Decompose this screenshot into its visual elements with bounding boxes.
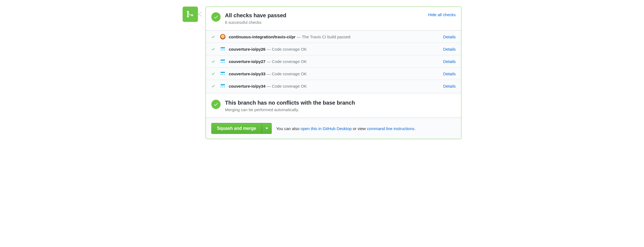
- svg-rect-7: [221, 62, 221, 63]
- toggle-checks-link[interactable]: Hide all checks: [428, 12, 456, 17]
- check-desc: — Code coverage OK: [265, 47, 307, 51]
- check-details-link[interactable]: Details: [443, 47, 456, 51]
- check-name: couverture-io/py34: [229, 84, 265, 88]
- conflict-section: This branch has no conflicts with the ba…: [206, 94, 461, 118]
- merge-button-group: Squash and merge: [211, 123, 272, 134]
- svg-rect-14: [224, 74, 225, 75]
- merge-hint: You can also open this in GitHub Desktop…: [276, 126, 415, 131]
- svg-rect-18: [222, 87, 223, 87]
- git-merge-icon: [186, 10, 194, 18]
- svg-rect-4: [224, 50, 225, 50]
- svg-rect-19: [224, 87, 225, 87]
- check-success-icon: [211, 72, 216, 76]
- svg-rect-2: [221, 50, 221, 50]
- svg-rect-17: [221, 87, 221, 87]
- check-success-icon: [211, 59, 216, 63]
- check-details-link[interactable]: Details: [443, 35, 456, 39]
- check-avatar: [220, 46, 226, 52]
- check-details-link[interactable]: Details: [443, 84, 456, 88]
- status-success-icon: [211, 12, 221, 22]
- check-success-icon: [211, 35, 216, 39]
- svg-rect-6: [221, 59, 225, 61]
- merge-method-dropdown[interactable]: [262, 123, 272, 134]
- conflict-title: This branch has no conflicts with the ba…: [225, 99, 456, 106]
- check-name: couverture-io/py26: [229, 47, 265, 51]
- check-row: couverture-io/py33 — Code coverage OKDet…: [206, 67, 461, 80]
- check-desc: — Code coverage OK: [265, 71, 307, 76]
- cli-instructions-link[interactable]: command line instructions: [367, 126, 414, 131]
- check-name: couverture-io/py27: [229, 59, 265, 64]
- merge-icon: [183, 7, 198, 22]
- check-success-icon: [211, 47, 216, 51]
- check-details-link[interactable]: Details: [443, 59, 456, 64]
- check-avatar: [220, 71, 226, 76]
- check-name: continuous-integration/travis-ci/pr: [229, 35, 295, 39]
- checks-title: All checks have passed: [225, 12, 456, 19]
- check-icon: [213, 102, 218, 107]
- svg-rect-13: [222, 74, 223, 75]
- conflict-subtitle: Merging can be performed automatically.: [225, 107, 456, 112]
- squash-merge-button[interactable]: Squash and merge: [211, 123, 262, 134]
- check-avatar: [220, 34, 226, 39]
- svg-rect-16: [221, 84, 225, 85]
- check-row: continuous-integration/travis-ci/pr — Th…: [206, 30, 461, 43]
- merge-panel: All checks have passed 6 successful chec…: [206, 7, 461, 139]
- merge-status-wrapper: All checks have passed 6 successful chec…: [183, 7, 461, 139]
- check-row: couverture-io/py26 — Code coverage OKDet…: [206, 43, 461, 55]
- check-avatar: [220, 83, 226, 89]
- svg-rect-12: [221, 74, 221, 75]
- svg-rect-3: [222, 50, 223, 50]
- check-avatar: [220, 59, 226, 64]
- caret-down-icon: [265, 128, 268, 129]
- merge-hint-mid: or view: [352, 126, 367, 131]
- svg-rect-9: [224, 62, 225, 63]
- check-desc: — Code coverage OK: [265, 59, 307, 64]
- check-list: continuous-integration/travis-ci/pr — Th…: [206, 30, 461, 94]
- svg-rect-8: [222, 62, 223, 63]
- open-desktop-link[interactable]: open this in GitHub Desktop: [301, 126, 352, 131]
- check-name: couverture-io/py33: [229, 71, 265, 76]
- check-desc: — The Travis CI build passed: [295, 35, 350, 39]
- check-success-icon: [211, 84, 216, 88]
- check-desc: — Code coverage OK: [265, 84, 307, 88]
- merge-hint-suffix: .: [414, 126, 415, 131]
- status-success-icon: [211, 100, 221, 109]
- svg-rect-11: [221, 72, 225, 73]
- check-details-link[interactable]: Details: [443, 71, 456, 76]
- check-row: couverture-io/py27 — Code coverage OKDet…: [206, 55, 461, 67]
- check-icon: [213, 15, 218, 19]
- checks-header: All checks have passed 6 successful chec…: [206, 7, 461, 30]
- merge-bar: Squash and merge You can also open this …: [206, 118, 461, 139]
- checks-subtitle: 6 successful checks: [225, 20, 456, 25]
- check-row: couverture-io/py34 — Code coverage OKDet…: [206, 80, 461, 92]
- svg-rect-1: [221, 47, 225, 48]
- merge-hint-prefix: You can also: [276, 126, 301, 131]
